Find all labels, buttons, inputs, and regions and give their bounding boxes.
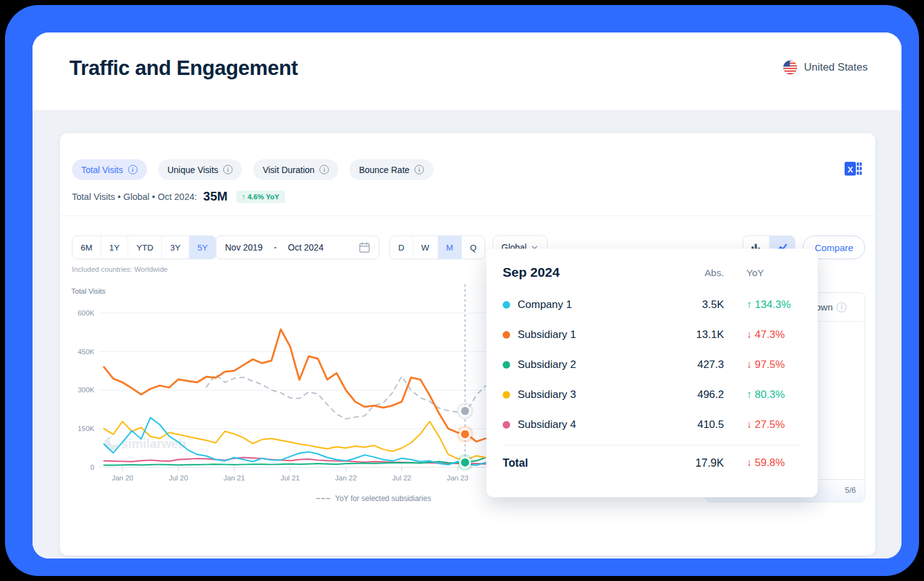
range-3y[interactable]: 3Y <box>161 236 189 259</box>
x-tick-label: Jan 21 <box>223 474 245 482</box>
tooltip-series-name: Subsidiary 3 <box>503 389 664 401</box>
tooltip-row-subsidiary-2: Subsidiary 2427.3↓ 97.5% <box>503 350 801 380</box>
hover-marker <box>456 425 473 442</box>
hover-marker <box>456 402 473 419</box>
y-tick-label: 600K <box>78 309 94 317</box>
metric-tab-label: Visit Duration <box>263 165 314 175</box>
chart-legend: YoY for selected subsidiaries <box>316 494 431 503</box>
yoy-value: ↑ 80.3% <box>724 389 785 401</box>
metric-tab-label: Total Visits <box>81 165 123 175</box>
series-label: Subsidiary 4 <box>518 419 576 431</box>
series-line-yoy-for-selected-subsidiaries <box>206 374 486 419</box>
metric-tab-label: Unique Visits <box>168 165 218 175</box>
range-5y[interactable]: 5Y <box>189 236 216 259</box>
granularity-m[interactable]: M <box>438 236 461 259</box>
info-icon[interactable] <box>128 165 138 174</box>
date-to: Oct 2024 <box>288 242 324 252</box>
abs-value: 17.9K <box>695 457 724 470</box>
section-divider <box>60 216 875 216</box>
tooltip-row-subsidiary-4: Subsidiary 4410.5↓ 27.5% <box>503 410 801 440</box>
y-axis-title: Total Visits <box>71 287 106 295</box>
tooltip-row-company-1: Company 13.5K↑ 134.3% <box>503 290 801 320</box>
tooltip-series-name: Total <box>503 457 664 470</box>
yoy-value: ↓ 97.5% <box>724 359 785 371</box>
yoy-value: ↓ 59.8% <box>724 457 785 469</box>
series-label: Subsidiary 2 <box>518 359 576 371</box>
date-range-picker[interactable]: Nov 2019 - Oct 2024 <box>216 236 379 259</box>
y-tick-label: 0 <box>91 464 94 471</box>
watermark-text: similarweb <box>121 437 186 450</box>
series-color-dot <box>503 391 510 399</box>
series-color-dot <box>503 331 510 339</box>
screenshot-stage: Traffic and Engagement <box>0 0 924 581</box>
x-tick-label: Jan 22 <box>335 474 357 482</box>
tooltip-series-name: Subsidiary 4 <box>503 419 664 431</box>
y-tick-label: 300K <box>78 386 94 394</box>
hover-marker <box>456 454 473 471</box>
legend-label: YoY for selected subsidiaries <box>335 494 431 503</box>
info-icon[interactable] <box>414 165 424 174</box>
dashed-line-swatch <box>316 498 330 499</box>
tooltip-row-subsidiary-1: Subsidiary 113.1K↓ 47.3% <box>503 320 801 350</box>
date-separator: - <box>274 242 277 252</box>
series-label: Total <box>503 457 528 470</box>
metric-tab-bounce-rate[interactable]: Bounce Rate <box>349 159 433 180</box>
window-frame: Traffic and Engagement <box>5 5 919 576</box>
series-line-subsidiary-1 <box>104 329 485 442</box>
abs-value: 496.2 <box>697 389 724 401</box>
info-icon[interactable] <box>836 302 846 312</box>
yoy-column-header: YoY <box>724 265 764 279</box>
range-ytd[interactable]: YTD <box>128 236 161 259</box>
excel-icon: X <box>845 161 862 177</box>
marker-dot <box>461 430 469 438</box>
metric-summary: Total Visits • Global • Oct 2024: 35M ↑ … <box>72 189 285 204</box>
svg-text:X: X <box>848 165 853 174</box>
export-excel-button[interactable]: X <box>844 161 863 178</box>
page-header: Traffic and Engagement <box>33 32 901 110</box>
abs-value: 3.5K <box>702 299 724 311</box>
country-label: United States <box>804 61 868 74</box>
info-icon[interactable] <box>319 165 329 174</box>
tooltip-rows: Company 13.5K↑ 134.3%Subsidiary 113.1K↓ … <box>503 290 801 440</box>
series-label: Subsidiary 3 <box>518 389 576 401</box>
x-tick-label: Jul 22 <box>392 474 411 482</box>
watermark-logo-notch <box>110 437 119 445</box>
yoy-badge: ↑ 4.6% YoY <box>236 191 285 203</box>
granularity-w[interactable]: W <box>413 236 438 259</box>
country-selector[interactable]: United States <box>783 60 868 75</box>
marker-dot <box>461 407 469 415</box>
time-range-group: 6M1YYTD3Y5Y <box>72 236 216 259</box>
x-tick-label: Jul 21 <box>281 474 300 482</box>
granularity-q[interactable]: Q <box>461 236 485 259</box>
metric-tab-visit-duration[interactable]: Visit Duration <box>253 159 338 180</box>
tooltip-total-row: Total17.9K↓ 59.8% <box>503 449 801 477</box>
series-color-dot <box>503 421 510 429</box>
pagination-label: 5/6 <box>845 486 856 495</box>
tooltip-row-total: Total17.9K↓ 59.8% <box>503 449 801 477</box>
series-color-dot <box>503 361 510 369</box>
tooltip-row-subsidiary-3: Subsidiary 3496.2↑ 80.3% <box>503 380 801 410</box>
tooltip-title: Sep 2024 <box>503 265 664 280</box>
metric-tab-total-visits[interactable]: Total Visits <box>72 159 147 180</box>
abs-value: 410.5 <box>697 419 724 431</box>
range-1y[interactable]: 1Y <box>101 236 128 259</box>
tooltip-series-name: Company 1 <box>503 299 664 311</box>
series-label: Company 1 <box>518 299 572 311</box>
info-icon[interactable] <box>223 165 233 174</box>
summary-value: 35M <box>203 189 228 204</box>
series-label: Subsidiary 1 <box>518 329 576 341</box>
granularity-d[interactable]: D <box>390 236 413 259</box>
range-6m[interactable]: 6M <box>73 236 101 259</box>
calendar-icon <box>359 242 370 253</box>
us-flag-icon <box>783 60 798 75</box>
x-tick-label: Jul 20 <box>169 474 188 482</box>
marker-dot <box>461 459 469 467</box>
tooltip-header: Sep 2024 Abs. YoY <box>503 265 801 290</box>
metric-tab-unique-visits[interactable]: Unique Visits <box>158 159 242 180</box>
series-color-dot <box>503 301 510 309</box>
date-from: Nov 2019 <box>225 242 263 252</box>
tooltip-divider <box>503 445 801 445</box>
chart-tooltip: Sep 2024 Abs. YoY Company 13.5K↑ 134.3%S… <box>486 249 818 497</box>
abs-value: 13.1K <box>696 329 724 341</box>
metric-tab-label: Bounce Rate <box>359 165 409 175</box>
